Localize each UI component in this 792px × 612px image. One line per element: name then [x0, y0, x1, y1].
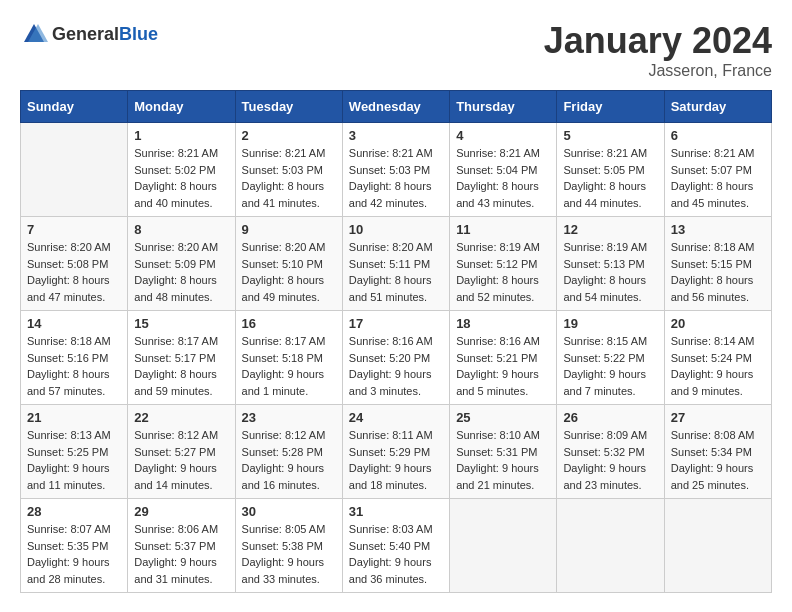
- day-info: Sunrise: 8:03 AM Sunset: 5:40 PM Dayligh…: [349, 521, 443, 587]
- day-cell: 20Sunrise: 8:14 AM Sunset: 5:24 PM Dayli…: [664, 311, 771, 405]
- day-info: Sunrise: 8:17 AM Sunset: 5:18 PM Dayligh…: [242, 333, 336, 399]
- day-cell: [21, 123, 128, 217]
- day-cell: 22Sunrise: 8:12 AM Sunset: 5:27 PM Dayli…: [128, 405, 235, 499]
- title-area: January 2024 Jasseron, France: [544, 20, 772, 80]
- weekday-header-saturday: Saturday: [664, 91, 771, 123]
- day-cell: 7Sunrise: 8:20 AM Sunset: 5:08 PM Daylig…: [21, 217, 128, 311]
- week-row-4: 21Sunrise: 8:13 AM Sunset: 5:25 PM Dayli…: [21, 405, 772, 499]
- day-number: 23: [242, 410, 336, 425]
- day-info: Sunrise: 8:21 AM Sunset: 5:05 PM Dayligh…: [563, 145, 657, 211]
- day-number: 28: [27, 504, 121, 519]
- weekday-header-monday: Monday: [128, 91, 235, 123]
- day-cell: [450, 499, 557, 593]
- day-cell: 27Sunrise: 8:08 AM Sunset: 5:34 PM Dayli…: [664, 405, 771, 499]
- day-number: 20: [671, 316, 765, 331]
- day-info: Sunrise: 8:12 AM Sunset: 5:27 PM Dayligh…: [134, 427, 228, 493]
- day-cell: 3Sunrise: 8:21 AM Sunset: 5:03 PM Daylig…: [342, 123, 449, 217]
- day-info: Sunrise: 8:08 AM Sunset: 5:34 PM Dayligh…: [671, 427, 765, 493]
- day-info: Sunrise: 8:21 AM Sunset: 5:03 PM Dayligh…: [349, 145, 443, 211]
- week-row-2: 7Sunrise: 8:20 AM Sunset: 5:08 PM Daylig…: [21, 217, 772, 311]
- day-cell: 18Sunrise: 8:16 AM Sunset: 5:21 PM Dayli…: [450, 311, 557, 405]
- day-number: 5: [563, 128, 657, 143]
- location-title: Jasseron, France: [544, 62, 772, 80]
- day-cell: 23Sunrise: 8:12 AM Sunset: 5:28 PM Dayli…: [235, 405, 342, 499]
- day-number: 1: [134, 128, 228, 143]
- day-info: Sunrise: 8:21 AM Sunset: 5:07 PM Dayligh…: [671, 145, 765, 211]
- day-number: 21: [27, 410, 121, 425]
- day-info: Sunrise: 8:20 AM Sunset: 5:08 PM Dayligh…: [27, 239, 121, 305]
- day-number: 14: [27, 316, 121, 331]
- logo-icon: [20, 20, 48, 48]
- day-number: 29: [134, 504, 228, 519]
- day-cell: 16Sunrise: 8:17 AM Sunset: 5:18 PM Dayli…: [235, 311, 342, 405]
- day-number: 6: [671, 128, 765, 143]
- day-cell: 4Sunrise: 8:21 AM Sunset: 5:04 PM Daylig…: [450, 123, 557, 217]
- day-number: 4: [456, 128, 550, 143]
- day-info: Sunrise: 8:18 AM Sunset: 5:15 PM Dayligh…: [671, 239, 765, 305]
- day-number: 12: [563, 222, 657, 237]
- day-cell: 24Sunrise: 8:11 AM Sunset: 5:29 PM Dayli…: [342, 405, 449, 499]
- day-cell: 8Sunrise: 8:20 AM Sunset: 5:09 PM Daylig…: [128, 217, 235, 311]
- day-info: Sunrise: 8:15 AM Sunset: 5:22 PM Dayligh…: [563, 333, 657, 399]
- day-info: Sunrise: 8:20 AM Sunset: 5:11 PM Dayligh…: [349, 239, 443, 305]
- week-row-5: 28Sunrise: 8:07 AM Sunset: 5:35 PM Dayli…: [21, 499, 772, 593]
- day-info: Sunrise: 8:10 AM Sunset: 5:31 PM Dayligh…: [456, 427, 550, 493]
- day-number: 18: [456, 316, 550, 331]
- logo-text: GeneralBlue: [52, 24, 158, 45]
- day-info: Sunrise: 8:19 AM Sunset: 5:12 PM Dayligh…: [456, 239, 550, 305]
- day-cell: 1Sunrise: 8:21 AM Sunset: 5:02 PM Daylig…: [128, 123, 235, 217]
- day-info: Sunrise: 8:12 AM Sunset: 5:28 PM Dayligh…: [242, 427, 336, 493]
- day-info: Sunrise: 8:07 AM Sunset: 5:35 PM Dayligh…: [27, 521, 121, 587]
- day-number: 16: [242, 316, 336, 331]
- week-row-1: 1Sunrise: 8:21 AM Sunset: 5:02 PM Daylig…: [21, 123, 772, 217]
- day-cell: 14Sunrise: 8:18 AM Sunset: 5:16 PM Dayli…: [21, 311, 128, 405]
- day-number: 24: [349, 410, 443, 425]
- day-number: 25: [456, 410, 550, 425]
- day-cell: 21Sunrise: 8:13 AM Sunset: 5:25 PM Dayli…: [21, 405, 128, 499]
- day-cell: [557, 499, 664, 593]
- day-cell: 13Sunrise: 8:18 AM Sunset: 5:15 PM Dayli…: [664, 217, 771, 311]
- day-cell: 17Sunrise: 8:16 AM Sunset: 5:20 PM Dayli…: [342, 311, 449, 405]
- weekday-header-row: SundayMondayTuesdayWednesdayThursdayFrid…: [21, 91, 772, 123]
- day-info: Sunrise: 8:21 AM Sunset: 5:03 PM Dayligh…: [242, 145, 336, 211]
- day-cell: 30Sunrise: 8:05 AM Sunset: 5:38 PM Dayli…: [235, 499, 342, 593]
- logo-general: General: [52, 24, 119, 44]
- day-number: 9: [242, 222, 336, 237]
- header: GeneralBlue January 2024 Jasseron, Franc…: [20, 20, 772, 80]
- day-number: 10: [349, 222, 443, 237]
- day-info: Sunrise: 8:19 AM Sunset: 5:13 PM Dayligh…: [563, 239, 657, 305]
- day-number: 31: [349, 504, 443, 519]
- day-info: Sunrise: 8:20 AM Sunset: 5:09 PM Dayligh…: [134, 239, 228, 305]
- day-cell: 11Sunrise: 8:19 AM Sunset: 5:12 PM Dayli…: [450, 217, 557, 311]
- day-number: 13: [671, 222, 765, 237]
- month-title: January 2024: [544, 20, 772, 62]
- logo: GeneralBlue: [20, 20, 158, 48]
- day-number: 11: [456, 222, 550, 237]
- day-info: Sunrise: 8:13 AM Sunset: 5:25 PM Dayligh…: [27, 427, 121, 493]
- day-cell: 25Sunrise: 8:10 AM Sunset: 5:31 PM Dayli…: [450, 405, 557, 499]
- weekday-header-tuesday: Tuesday: [235, 91, 342, 123]
- day-cell: 19Sunrise: 8:15 AM Sunset: 5:22 PM Dayli…: [557, 311, 664, 405]
- day-number: 3: [349, 128, 443, 143]
- day-number: 2: [242, 128, 336, 143]
- day-info: Sunrise: 8:06 AM Sunset: 5:37 PM Dayligh…: [134, 521, 228, 587]
- logo-blue: Blue: [119, 24, 158, 44]
- day-cell: 9Sunrise: 8:20 AM Sunset: 5:10 PM Daylig…: [235, 217, 342, 311]
- day-cell: 2Sunrise: 8:21 AM Sunset: 5:03 PM Daylig…: [235, 123, 342, 217]
- day-info: Sunrise: 8:14 AM Sunset: 5:24 PM Dayligh…: [671, 333, 765, 399]
- day-number: 17: [349, 316, 443, 331]
- day-number: 15: [134, 316, 228, 331]
- day-number: 26: [563, 410, 657, 425]
- day-cell: 5Sunrise: 8:21 AM Sunset: 5:05 PM Daylig…: [557, 123, 664, 217]
- calendar-table: SundayMondayTuesdayWednesdayThursdayFrid…: [20, 90, 772, 593]
- day-cell: 31Sunrise: 8:03 AM Sunset: 5:40 PM Dayli…: [342, 499, 449, 593]
- day-cell: 6Sunrise: 8:21 AM Sunset: 5:07 PM Daylig…: [664, 123, 771, 217]
- day-info: Sunrise: 8:11 AM Sunset: 5:29 PM Dayligh…: [349, 427, 443, 493]
- weekday-header-thursday: Thursday: [450, 91, 557, 123]
- day-number: 8: [134, 222, 228, 237]
- day-number: 22: [134, 410, 228, 425]
- weekday-header-wednesday: Wednesday: [342, 91, 449, 123]
- day-info: Sunrise: 8:21 AM Sunset: 5:04 PM Dayligh…: [456, 145, 550, 211]
- day-info: Sunrise: 8:16 AM Sunset: 5:20 PM Dayligh…: [349, 333, 443, 399]
- day-number: 27: [671, 410, 765, 425]
